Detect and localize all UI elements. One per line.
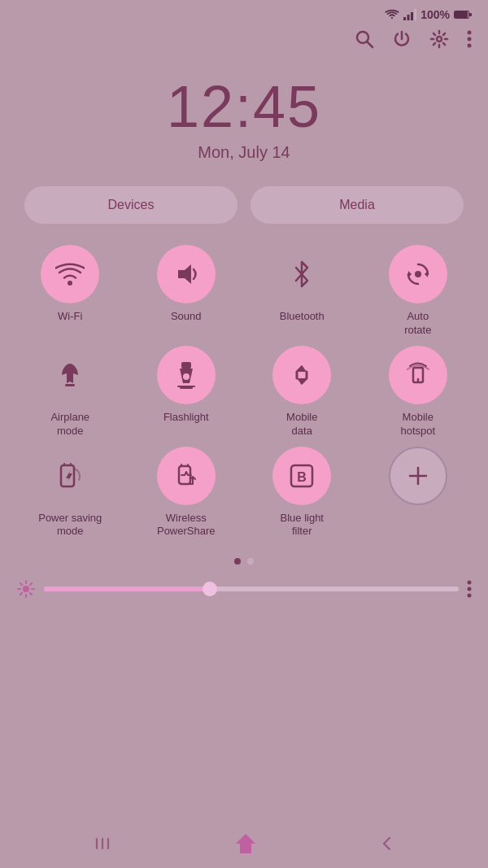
sound-label: Sound <box>171 310 202 324</box>
bluetooth-label: Bluetooth <box>280 310 325 324</box>
mobile-data-icon <box>289 360 315 390</box>
svg-text:B: B <box>297 470 307 484</box>
devices-tab[interactable]: Devices <box>24 186 237 224</box>
signal-bars-icon <box>403 9 416 20</box>
brightness-slider[interactable] <box>44 587 459 591</box>
svg-rect-2 <box>411 12 413 20</box>
airplane-label: Airplanemode <box>50 411 89 438</box>
recent-apps-icon[interactable] <box>94 835 111 853</box>
mobile-data-circle <box>272 346 331 404</box>
search-icon[interactable] <box>355 29 374 49</box>
dot-2[interactable] <box>247 558 254 565</box>
svg-marker-52 <box>236 834 255 853</box>
power-saving-icon <box>56 462 84 490</box>
sound-circle <box>157 245 216 303</box>
more-vert-icon[interactable] <box>467 29 472 49</box>
autorotate-label: Autorotate <box>404 310 431 338</box>
media-tab[interactable]: Media <box>251 186 464 224</box>
svg-rect-1 <box>407 15 410 20</box>
sound-toggle[interactable]: Sound <box>133 245 241 338</box>
mobile-hotspot-toggle[interactable]: Mobilehotspot <box>364 346 473 438</box>
svg-rect-20 <box>65 384 75 386</box>
blue-light-filter-label: Blue lightfilter <box>281 512 324 539</box>
toggle-grid: Wi-Fi Sound Bluetooth <box>0 232 488 552</box>
sound-icon <box>172 260 201 289</box>
svg-line-10 <box>368 42 373 48</box>
home-icon[interactable] <box>233 831 258 856</box>
svg-point-47 <box>468 587 472 591</box>
brightness-sun-icon <box>16 579 36 599</box>
flashlight-label: Flashlight <box>163 411 209 425</box>
svg-point-19 <box>415 271 421 277</box>
svg-point-15 <box>68 281 72 286</box>
blue-light-filter-icon: B <box>288 462 316 490</box>
battery-text: 100% <box>420 8 450 21</box>
brightness-fill <box>44 587 210 591</box>
power-saving-toggle[interactable]: Power savingmode <box>16 447 124 539</box>
svg-point-22 <box>183 373 190 380</box>
power-saving-label: Power savingmode <box>38 512 102 539</box>
status-bar: 100% <box>0 0 488 25</box>
svg-line-43 <box>30 593 32 595</box>
svg-rect-0 <box>403 17 406 20</box>
airplane-toggle[interactable]: Airplanemode <box>16 346 124 438</box>
wireless-powershare-circle <box>157 447 216 505</box>
pagination-dots <box>0 552 488 571</box>
brightness-row <box>0 571 488 607</box>
bluetooth-toggle[interactable]: Bluetooth <box>248 245 356 338</box>
svg-line-44 <box>20 593 22 595</box>
blue-light-filter-toggle[interactable]: B Blue lightfilter <box>248 447 356 539</box>
time-section: 12:45 Mon, July 14 <box>0 57 488 170</box>
mobile-hotspot-circle <box>389 346 447 404</box>
mobile-hotspot-label: Mobilehotspot <box>400 411 435 438</box>
svg-point-14 <box>468 44 472 48</box>
brightness-more-icon[interactable] <box>467 580 472 598</box>
dot-1[interactable] <box>234 558 241 565</box>
svg-marker-17 <box>425 271 428 277</box>
clock-time: 12:45 <box>0 73 488 140</box>
settings-gear-icon[interactable] <box>429 29 449 49</box>
svg-point-37 <box>23 586 29 592</box>
add-toggle[interactable] <box>364 447 473 539</box>
add-circle <box>389 447 447 505</box>
power-saving-circle <box>41 447 99 505</box>
battery-icon <box>454 10 472 20</box>
airplane-icon <box>55 360 85 390</box>
autorotate-circle <box>389 245 447 303</box>
powershare-icon <box>172 462 200 490</box>
wifi-toggle[interactable]: Wi-Fi <box>16 245 124 338</box>
svg-marker-23 <box>297 365 307 372</box>
status-icons: 100% <box>385 8 472 21</box>
tab-buttons: Devices Media <box>0 170 488 232</box>
svg-rect-6 <box>469 13 472 16</box>
svg-marker-24 <box>297 378 307 385</box>
wireless-powershare-label: WirelessPowerShare <box>157 512 216 539</box>
power-icon[interactable] <box>392 29 412 49</box>
back-icon[interactable] <box>380 835 394 853</box>
bluetooth-circle <box>272 245 331 303</box>
svg-line-42 <box>20 583 22 585</box>
bottom-nav <box>0 819 488 868</box>
add-icon <box>407 465 429 487</box>
autorotate-icon <box>403 260 433 289</box>
svg-line-45 <box>30 583 32 585</box>
svg-marker-16 <box>178 264 191 284</box>
wifi-circle <box>41 245 99 303</box>
svg-point-48 <box>468 594 472 598</box>
svg-rect-3 <box>415 9 417 20</box>
mobile-data-label: Mobiledata <box>286 411 317 438</box>
svg-point-13 <box>468 37 472 41</box>
flashlight-toggle[interactable]: Flashlight <box>133 346 241 438</box>
airplane-circle <box>41 346 99 404</box>
autorotate-toggle[interactable]: Autorotate <box>364 245 473 338</box>
flashlight-circle <box>157 346 216 404</box>
svg-rect-21 <box>181 362 191 369</box>
clock-date: Mon, July 14 <box>0 143 488 162</box>
mobile-data-toggle[interactable]: Mobiledata <box>248 346 356 438</box>
wireless-powershare-toggle[interactable]: WirelessPowerShare <box>133 447 241 539</box>
quick-actions-row <box>0 25 488 57</box>
brightness-thumb <box>203 582 217 596</box>
svg-point-12 <box>468 31 472 35</box>
svg-point-46 <box>468 581 472 585</box>
blue-light-filter-circle: B <box>272 447 331 505</box>
